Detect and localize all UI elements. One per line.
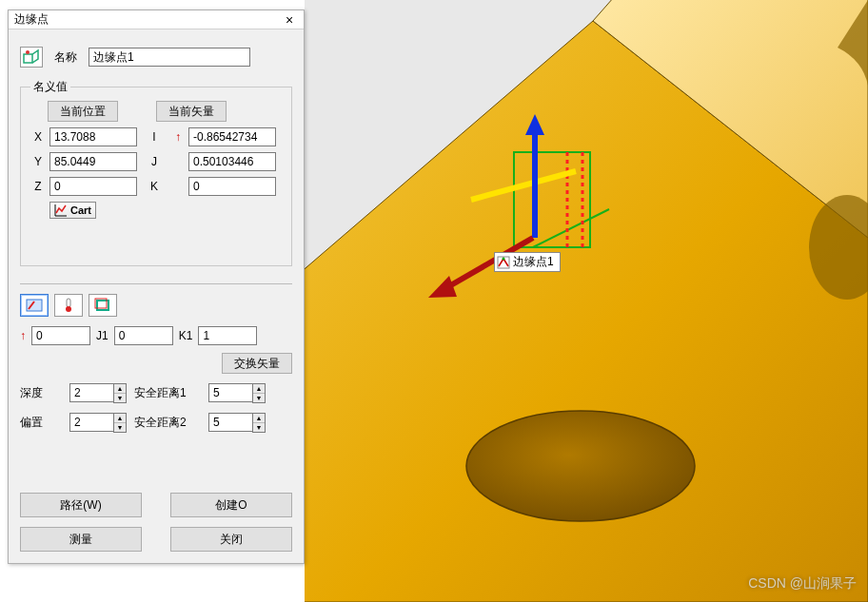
spin-down[interactable]: ▼ (114, 394, 126, 402)
scene-point-callout[interactable]: 边缘点1 (494, 252, 561, 272)
name-label: 名称 (54, 49, 77, 66)
spin-down[interactable]: ▼ (253, 423, 265, 432)
svg-rect-19 (67, 299, 70, 307)
depth-label: 深度 (20, 385, 62, 401)
axis-x-label: X (30, 130, 46, 144)
cad-3d-viewport[interactable] (305, 0, 868, 602)
nominal-legend: 名义值 (30, 79, 70, 95)
edge-point-icon (497, 256, 510, 269)
close-icon[interactable]: × (279, 12, 300, 28)
depth-spinner[interactable]: ▲▼ (69, 383, 127, 403)
svg-point-4 (466, 411, 695, 521)
axis-i-label: I (141, 130, 168, 144)
axis-z-label: Z (30, 180, 46, 193)
dir-k-input[interactable] (198, 326, 257, 345)
name-input[interactable] (89, 48, 250, 67)
spin-down[interactable]: ▼ (253, 394, 265, 402)
axis-j-label: J (141, 155, 168, 168)
path-button[interactable]: 路径(W) (20, 493, 142, 517)
subtab-bar (20, 294, 292, 317)
tab-box[interactable] (89, 294, 117, 317)
axis-y-label: Y (30, 155, 46, 168)
safe2-input[interactable] (208, 413, 252, 432)
depth-input[interactable] (69, 383, 113, 402)
dir-arrow-icon: ↑ (20, 329, 26, 342)
swap-vector-button[interactable]: 交换矢量 (222, 353, 292, 374)
axis-k-label: K (141, 180, 168, 193)
svg-rect-16 (24, 54, 32, 63)
svg-point-20 (66, 306, 71, 312)
scene-point-label: 边缘点1 (513, 254, 554, 270)
vec-k-input[interactable] (188, 177, 276, 196)
feature-type-icon[interactable] (20, 47, 43, 68)
pos-x-input[interactable] (49, 127, 137, 146)
offset-input[interactable] (69, 413, 113, 432)
safe1-input[interactable] (208, 383, 252, 402)
pos-z-input[interactable] (49, 177, 137, 196)
chart-icon (54, 204, 68, 217)
dir-j-input[interactable] (114, 326, 173, 345)
safe1-label: 安全距离1 (134, 385, 201, 401)
dir-k-label: K1 (179, 329, 193, 342)
offset-spinner[interactable]: ▲▼ (69, 413, 127, 433)
vec-i-input[interactable] (188, 127, 276, 146)
spin-down[interactable]: ▼ (114, 423, 126, 432)
close-button[interactable]: 关闭 (170, 527, 292, 552)
vec-arrow-icon: ↑ (171, 130, 185, 144)
tab-vector[interactable] (20, 294, 49, 317)
safe1-spinner[interactable]: ▲▼ (208, 383, 266, 403)
dialog-titlebar[interactable]: 边缘点 × (9, 10, 304, 29)
current-vector-button[interactable]: 当前矢量 (156, 101, 227, 122)
cart-button[interactable]: Cart (49, 202, 96, 219)
dir-j-label: J1 (96, 329, 108, 342)
svg-point-17 (26, 50, 30, 54)
spin-up[interactable]: ▲ (253, 414, 265, 423)
spin-up[interactable]: ▲ (114, 384, 126, 394)
safe2-spinner[interactable]: ▲▼ (208, 413, 266, 433)
safe2-label: 安全距离2 (134, 415, 201, 431)
spin-up[interactable]: ▲ (253, 384, 265, 394)
nominal-group: 名义值 当前位置 当前矢量 X I ↑ Y J Z K (20, 79, 292, 266)
edge-point-dialog: 边缘点 × 名称 名义值 当前位置 当前矢量 X I ↑ Y (8, 10, 305, 564)
spin-up[interactable]: ▲ (114, 414, 126, 423)
offset-label: 偏置 (20, 415, 62, 431)
current-position-button[interactable]: 当前位置 (48, 101, 118, 122)
svg-point-15 (503, 257, 505, 260)
pos-y-input[interactable] (49, 152, 137, 171)
vec-j-input[interactable] (188, 152, 276, 171)
dialog-title: 边缘点 (14, 11, 49, 28)
create-button[interactable]: 创建O (170, 493, 292, 517)
tab-thermometer[interactable] (54, 294, 83, 317)
measure-button[interactable]: 测量 (20, 527, 142, 552)
dir-i-input[interactable] (31, 326, 90, 345)
